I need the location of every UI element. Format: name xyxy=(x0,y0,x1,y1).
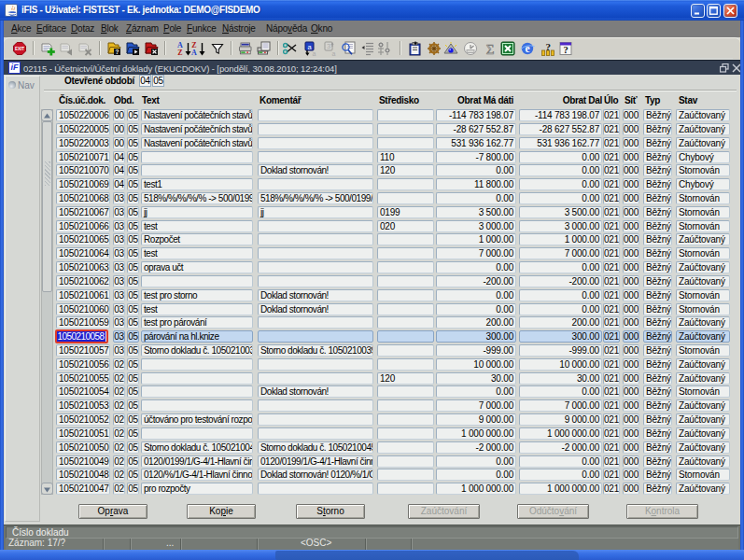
svg-text:A: A xyxy=(191,49,197,56)
svg-text:EXIT: EXIT xyxy=(15,47,24,51)
svg-text:e: e xyxy=(525,43,529,54)
svg-text:a: a xyxy=(332,50,336,57)
svg-text:?: ? xyxy=(545,41,551,52)
svg-text:?: ? xyxy=(116,49,119,55)
svg-text:3: 3 xyxy=(327,42,330,50)
svg-text:a: a xyxy=(313,50,316,57)
svg-text:Z: Z xyxy=(177,49,182,56)
svg-text:Σ: Σ xyxy=(486,42,495,57)
svg-text:?: ? xyxy=(563,45,568,55)
